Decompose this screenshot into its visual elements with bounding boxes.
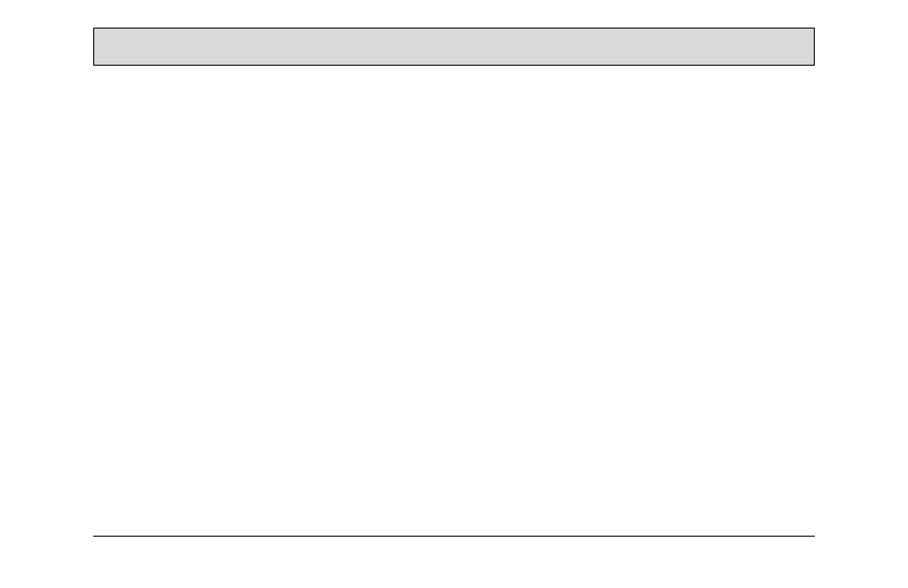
header-box [93,28,815,66]
document-page [0,0,908,588]
footer-rule [93,536,815,537]
